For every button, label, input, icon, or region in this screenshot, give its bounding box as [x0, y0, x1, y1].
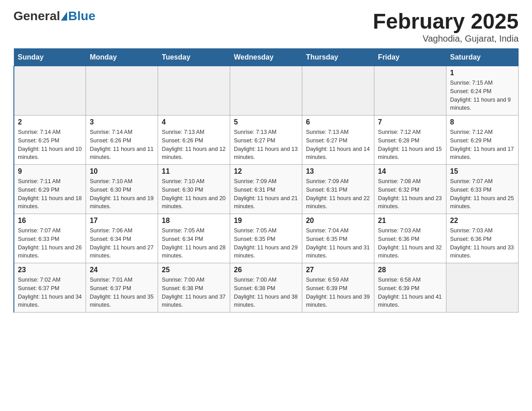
calendar-table: SundayMondayTuesdayWednesdayThursdayFrid… — [13, 48, 519, 313]
day-info: Sunrise: 7:13 AMSunset: 6:27 PMDaylight:… — [306, 128, 370, 162]
day-info: Sunrise: 7:09 AMSunset: 6:31 PMDaylight:… — [234, 177, 298, 211]
title-area: February 2025 Vaghodia, Gujarat, India — [373, 9, 519, 44]
day-info: Sunrise: 7:02 AMSunset: 6:37 PMDaylight:… — [18, 276, 82, 309]
calendar-cell: 19Sunrise: 7:05 AMSunset: 6:35 PMDayligh… — [230, 214, 302, 263]
day-number: 27 — [306, 266, 370, 274]
calendar-cell: 15Sunrise: 7:07 AMSunset: 6:33 PMDayligh… — [446, 165, 519, 214]
day-number: 16 — [18, 217, 82, 225]
logo-blue-text: Blue — [68, 9, 95, 23]
calendar-week-row: 16Sunrise: 7:07 AMSunset: 6:33 PMDayligh… — [14, 214, 519, 263]
calendar-cell: 3Sunrise: 7:14 AMSunset: 6:26 PMDaylight… — [86, 116, 158, 165]
day-info: Sunrise: 7:12 AMSunset: 6:28 PMDaylight:… — [378, 128, 442, 162]
calendar-cell: 7Sunrise: 7:12 AMSunset: 6:28 PMDaylight… — [374, 116, 446, 165]
day-number: 2 — [18, 118, 82, 126]
calendar-cell: 25Sunrise: 7:00 AMSunset: 6:38 PMDayligh… — [158, 263, 230, 313]
calendar-cell — [86, 66, 158, 116]
calendar-cell: 9Sunrise: 7:11 AMSunset: 6:29 PMDaylight… — [14, 165, 86, 214]
day-info: Sunrise: 7:13 AMSunset: 6:26 PMDaylight:… — [162, 128, 226, 162]
day-number: 3 — [90, 118, 154, 126]
day-number: 4 — [162, 118, 226, 126]
day-number: 10 — [90, 167, 154, 176]
day-number: 26 — [234, 266, 298, 274]
calendar-week-row: 23Sunrise: 7:02 AMSunset: 6:37 PMDayligh… — [14, 263, 519, 313]
logo: General Blue — [13, 9, 95, 23]
calendar-week-row: 2Sunrise: 7:14 AMSunset: 6:25 PMDaylight… — [14, 116, 519, 165]
day-info: Sunrise: 7:13 AMSunset: 6:27 PMDaylight:… — [234, 128, 298, 162]
day-info: Sunrise: 7:04 AMSunset: 6:35 PMDaylight:… — [306, 227, 370, 260]
calendar-cell — [374, 66, 446, 116]
day-number: 15 — [450, 167, 515, 176]
day-info: Sunrise: 7:10 AMSunset: 6:30 PMDaylight:… — [90, 177, 154, 211]
weekday-header-row: SundayMondayTuesdayWednesdayThursdayFrid… — [14, 49, 519, 66]
calendar-cell: 5Sunrise: 7:13 AMSunset: 6:27 PMDaylight… — [230, 116, 302, 165]
day-number: 23 — [18, 266, 82, 274]
day-number: 11 — [162, 167, 226, 176]
day-info: Sunrise: 7:07 AMSunset: 6:33 PMDaylight:… — [450, 177, 515, 211]
day-info: Sunrise: 7:05 AMSunset: 6:34 PMDaylight:… — [162, 227, 226, 260]
day-info: Sunrise: 7:08 AMSunset: 6:32 PMDaylight:… — [378, 177, 442, 211]
calendar-cell: 27Sunrise: 6:59 AMSunset: 6:39 PMDayligh… — [302, 263, 374, 313]
day-number: 14 — [378, 167, 442, 176]
month-title: February 2025 — [373, 9, 519, 34]
calendar-cell: 14Sunrise: 7:08 AMSunset: 6:32 PMDayligh… — [374, 165, 446, 214]
calendar-cell: 26Sunrise: 7:00 AMSunset: 6:38 PMDayligh… — [230, 263, 302, 313]
day-number: 25 — [162, 266, 226, 274]
calendar-week-row: 1Sunrise: 7:15 AMSunset: 6:24 PMDaylight… — [14, 66, 519, 116]
day-number: 22 — [450, 217, 515, 225]
day-info: Sunrise: 7:05 AMSunset: 6:35 PMDaylight:… — [234, 227, 298, 260]
weekday-header-friday: Friday — [374, 49, 446, 66]
day-number: 12 — [234, 167, 298, 176]
day-info: Sunrise: 7:06 AMSunset: 6:34 PMDaylight:… — [90, 227, 154, 260]
calendar-cell — [446, 263, 519, 313]
day-number: 28 — [378, 266, 442, 274]
day-number: 21 — [378, 217, 442, 225]
calendar-cell — [158, 66, 230, 116]
weekday-header-saturday: Saturday — [446, 49, 519, 66]
calendar-cell — [14, 66, 86, 116]
calendar-cell: 13Sunrise: 7:09 AMSunset: 6:31 PMDayligh… — [302, 165, 374, 214]
day-info: Sunrise: 7:10 AMSunset: 6:30 PMDaylight:… — [162, 177, 226, 211]
day-number: 17 — [90, 217, 154, 225]
weekday-header-tuesday: Tuesday — [158, 49, 230, 66]
calendar-cell: 1Sunrise: 7:15 AMSunset: 6:24 PMDaylight… — [446, 66, 519, 116]
day-number: 24 — [90, 266, 154, 274]
day-info: Sunrise: 7:11 AMSunset: 6:29 PMDaylight:… — [18, 177, 82, 211]
day-number: 5 — [234, 118, 298, 126]
calendar-cell: 6Sunrise: 7:13 AMSunset: 6:27 PMDaylight… — [302, 116, 374, 165]
day-number: 20 — [306, 217, 370, 225]
calendar-cell — [230, 66, 302, 116]
weekday-header-thursday: Thursday — [302, 49, 374, 66]
day-info: Sunrise: 7:07 AMSunset: 6:33 PMDaylight:… — [18, 227, 82, 260]
day-info: Sunrise: 7:01 AMSunset: 6:37 PMDaylight:… — [90, 276, 154, 309]
day-number: 1 — [450, 69, 515, 77]
day-info: Sunrise: 7:15 AMSunset: 6:24 PMDaylight:… — [450, 79, 515, 112]
day-number: 9 — [18, 167, 82, 176]
day-info: Sunrise: 6:58 AMSunset: 6:39 PMDaylight:… — [378, 276, 442, 309]
day-info: Sunrise: 7:00 AMSunset: 6:38 PMDaylight:… — [162, 276, 226, 309]
calendar-cell: 10Sunrise: 7:10 AMSunset: 6:30 PMDayligh… — [86, 165, 158, 214]
day-info: Sunrise: 7:14 AMSunset: 6:25 PMDaylight:… — [18, 128, 82, 162]
weekday-header-monday: Monday — [86, 49, 158, 66]
calendar-cell: 4Sunrise: 7:13 AMSunset: 6:26 PMDaylight… — [158, 116, 230, 165]
logo-general-text: General — [13, 9, 60, 23]
calendar-week-row: 9Sunrise: 7:11 AMSunset: 6:29 PMDaylight… — [14, 165, 519, 214]
weekday-header-wednesday: Wednesday — [230, 49, 302, 66]
calendar-cell: 18Sunrise: 7:05 AMSunset: 6:34 PMDayligh… — [158, 214, 230, 263]
calendar-cell: 11Sunrise: 7:10 AMSunset: 6:30 PMDayligh… — [158, 165, 230, 214]
weekday-header-sunday: Sunday — [14, 49, 86, 66]
location-title: Vaghodia, Gujarat, India — [373, 34, 519, 44]
day-number: 8 — [450, 118, 515, 126]
day-info: Sunrise: 6:59 AMSunset: 6:39 PMDaylight:… — [306, 276, 370, 309]
day-info: Sunrise: 7:12 AMSunset: 6:29 PMDaylight:… — [450, 128, 515, 162]
day-number: 6 — [306, 118, 370, 126]
day-info: Sunrise: 7:14 AMSunset: 6:26 PMDaylight:… — [90, 128, 154, 162]
day-info: Sunrise: 7:03 AMSunset: 6:36 PMDaylight:… — [378, 227, 442, 260]
calendar-cell: 23Sunrise: 7:02 AMSunset: 6:37 PMDayligh… — [14, 263, 86, 313]
calendar-cell: 2Sunrise: 7:14 AMSunset: 6:25 PMDaylight… — [14, 116, 86, 165]
calendar-cell: 8Sunrise: 7:12 AMSunset: 6:29 PMDaylight… — [446, 116, 519, 165]
day-number: 7 — [378, 118, 442, 126]
logo-triangle-icon — [61, 12, 67, 21]
day-number: 18 — [162, 217, 226, 225]
calendar-cell — [302, 66, 374, 116]
day-info: Sunrise: 7:00 AMSunset: 6:38 PMDaylight:… — [234, 276, 298, 309]
